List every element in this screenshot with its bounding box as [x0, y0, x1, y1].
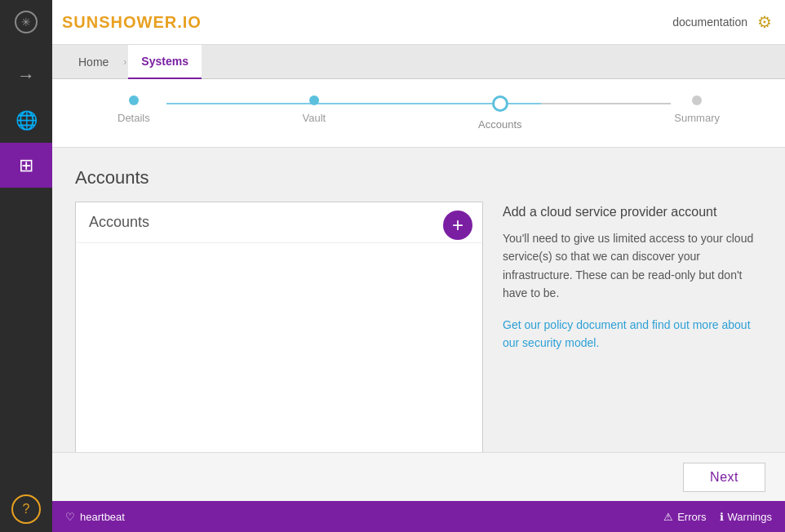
- gear-icon[interactable]: ⚙: [757, 12, 772, 32]
- sidebar-item-arrow[interactable]: →: [0, 53, 52, 98]
- section-title: Accounts: [75, 167, 762, 188]
- logo-icon-area: ✳: [0, 0, 52, 45]
- info-title: Add a cloud service provider account: [503, 205, 762, 219]
- bottom-action-bar: Next: [52, 452, 785, 501]
- sidebar-item-help[interactable]: ?: [11, 494, 41, 524]
- warning-triangle-icon: ⚠: [663, 511, 673, 523]
- header-left: ✳ SUNSHOWER.IO: [0, 0, 202, 45]
- content-area: Home › Systems Details Vault Accounts: [52, 45, 785, 532]
- accounts-panel: Accounts +: [75, 202, 483, 452]
- logo-text: SUNSHOWER.IO: [62, 13, 202, 32]
- stepper: Details Vault Accounts Summary: [52, 79, 785, 148]
- add-account-button[interactable]: +: [443, 211, 472, 240]
- sidebar-bottom: ?: [11, 494, 41, 524]
- info-circle-icon: ℹ: [720, 511, 724, 523]
- footer-bar: ♡ heartbeat ⚠ Errors ℹ Warnings: [52, 501, 785, 532]
- arrow-right-icon: →: [17, 65, 35, 86]
- policy-link[interactable]: Get our policy document and find out mor…: [503, 318, 751, 349]
- documentation-link[interactable]: documentation: [672, 16, 747, 29]
- errors-label: Errors: [677, 511, 706, 523]
- step-details: Details: [118, 95, 150, 131]
- accounts-panel-header: Accounts: [76, 202, 482, 243]
- heartbeat-icon: ♡: [65, 511, 75, 523]
- step-accounts: Accounts: [478, 95, 521, 131]
- sidebar-item-globe[interactable]: 🌐: [0, 98, 52, 143]
- step-label-summary: Summary: [674, 112, 720, 124]
- sidebar: → 🌐 ⊞ ?: [0, 45, 52, 532]
- sunshower-logo-icon: ✳: [14, 10, 38, 34]
- nav-item-systems[interactable]: Systems: [128, 45, 202, 79]
- step-vault: Vault: [303, 95, 326, 131]
- nav-item-home[interactable]: Home: [65, 45, 122, 79]
- two-col-layout: Accounts + Add a cloud service provider …: [75, 202, 762, 452]
- sidebar-item-grid[interactable]: ⊞: [0, 143, 52, 188]
- info-text: You'll need to give us limited access to…: [503, 229, 762, 303]
- warnings-label: Warnings: [728, 511, 772, 523]
- help-icon: ?: [23, 502, 30, 516]
- step-summary: Summary: [674, 95, 720, 131]
- left-column: Accounts +: [75, 202, 483, 452]
- footer-left: ♡ heartbeat: [65, 511, 125, 523]
- step-label-details: Details: [118, 112, 150, 124]
- header: ✳ SUNSHOWER.IO documentation ⚙: [0, 0, 785, 45]
- step-dot-accounts: [492, 95, 508, 112]
- step-dot-vault: [309, 95, 319, 105]
- warnings-item: ℹ Warnings: [720, 511, 772, 523]
- step-dot-summary: [692, 95, 702, 105]
- nav-bar: Home › Systems: [52, 45, 785, 79]
- sun-ring: ✳: [15, 11, 38, 33]
- logo-suffix: SHOWER.IO: [99, 13, 202, 31]
- step-label-accounts: Accounts: [478, 118, 521, 131]
- step-label-vault: Vault: [303, 112, 326, 124]
- nav-chevron: ›: [123, 56, 126, 68]
- step-dot-details: [129, 95, 139, 105]
- grid-icon: ⊞: [19, 155, 33, 176]
- page-content: Accounts Accounts + Add a cloud service …: [52, 148, 785, 452]
- logo-prefix: SUN: [62, 13, 99, 31]
- next-button[interactable]: Next: [683, 463, 765, 492]
- right-column: Add a cloud service provider account You…: [503, 202, 762, 452]
- stepper-steps: Details Vault Accounts Summary: [118, 95, 720, 131]
- heartbeat-label: heartbeat: [80, 511, 125, 523]
- errors-item: ⚠ Errors: [663, 511, 706, 523]
- footer-right: ⚠ Errors ℹ Warnings: [663, 511, 772, 523]
- main-wrapper: → 🌐 ⊞ ? Home › Systems D: [0, 45, 785, 532]
- globe-icon: 🌐: [16, 110, 38, 131]
- header-right: documentation ⚙: [672, 12, 772, 32]
